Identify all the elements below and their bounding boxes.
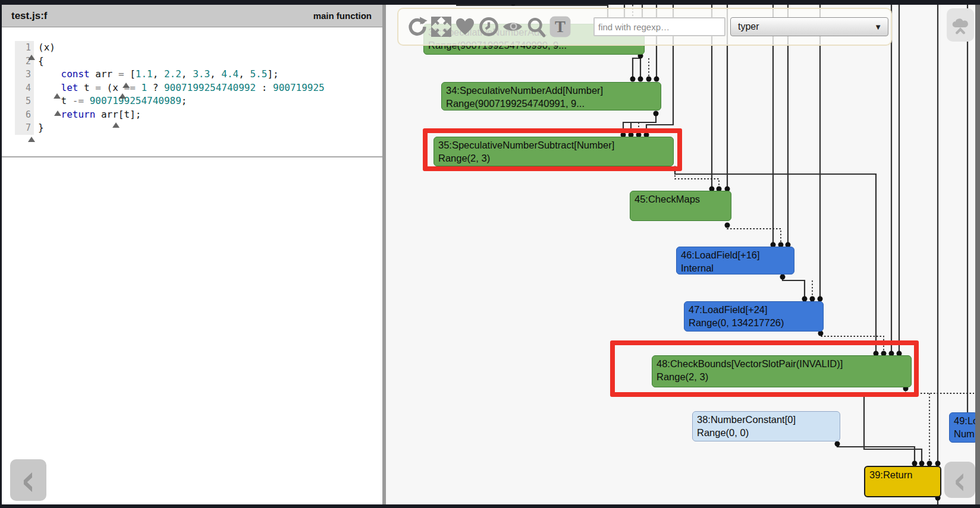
- expand-marker[interactable]: [119, 93, 126, 99]
- expand-marker[interactable]: [112, 122, 120, 128]
- expand-marker[interactable]: [28, 137, 35, 142]
- line-number: 1: [15, 41, 34, 55]
- source-code-view: 1(x)2{3 const arr = [1.1, 2.2, 3.3, 4.4,…: [2, 28, 382, 157]
- code-line-7: 7}: [15, 121, 325, 135]
- line-number: 5: [15, 94, 34, 108]
- graph-node-49[interactable]: 49:LoNum: [949, 412, 975, 443]
- code-line-3: 3 const arr = [1.1, 2.2, 3.3, 4.4, 5.5];: [15, 68, 325, 81]
- line-number: 4: [15, 81, 34, 95]
- toggle-types-icon[interactable]: T: [548, 15, 572, 39]
- hide-selected-icon[interactable]: [501, 15, 524, 39]
- expand-marker[interactable]: [54, 111, 61, 116]
- code-line-6: 6 return arr[t];: [15, 108, 325, 122]
- source-header: test.js:f main function: [2, 5, 382, 27]
- show-all-icon[interactable]: [429, 15, 453, 39]
- search-input[interactable]: [593, 17, 725, 36]
- graph-node-45[interactable]: 45:CheckMaps: [630, 191, 731, 221]
- collapse-right-panel-button[interactable]: ‹: [944, 462, 975, 498]
- graph-node-48[interactable]: 48:CheckBounds[VectorSlotPair(INVALID)]R…: [652, 355, 912, 387]
- graph-node-39[interactable]: 39:Return: [864, 466, 941, 497]
- turbolizer-app: test.js:f main function 1(x)2{3 const ar…: [0, 0, 980, 508]
- graph-node-38[interactable]: 38:NumberConstant[0]Range(0, 0): [692, 411, 840, 441]
- relayout-icon[interactable]: [406, 15, 429, 39]
- window-frame-bottom: [0, 504, 980, 508]
- svg-text:T: T: [555, 18, 566, 36]
- hide-dead-icon[interactable]: [453, 15, 477, 39]
- chevron-left-icon: ‹: [21, 459, 36, 502]
- graph-toolbar: T typer ▼: [397, 8, 892, 46]
- upload-button[interactable]: [947, 8, 974, 42]
- chevron-down-icon: ▼: [874, 23, 882, 31]
- graph-panel: 33:SpeculativeNumberAd...Range(900719925…: [386, 5, 975, 504]
- code-line-2: 2{: [15, 55, 325, 68]
- source-title: test.js:f: [11, 10, 47, 22]
- code-line-4: 4 let t = (x == 1 ? 9007199254740992 : 9…: [15, 81, 325, 95]
- code-line-5: 5 t -= 9007199254740989;: [15, 94, 325, 108]
- expand-marker[interactable]: [122, 83, 130, 88]
- phase-select[interactable]: typer ▼: [730, 17, 888, 36]
- graph-node-34[interactable]: 34:SpeculativeNumberAdd[Number]Range(900…: [441, 82, 661, 111]
- cloud-upload-icon: [948, 12, 972, 38]
- line-number: 3: [15, 68, 34, 81]
- code-line-1: 1(x): [15, 41, 325, 55]
- zoom-selection-icon[interactable]: [524, 15, 548, 39]
- expand-marker[interactable]: [54, 93, 61, 99]
- expand-marker[interactable]: [28, 55, 35, 60]
- source-code: 1(x)2{3 const arr = [1.1, 2.2, 3.3, 4.4,…: [15, 41, 325, 135]
- hide-unselected-icon[interactable]: [477, 15, 501, 39]
- line-number: 6: [15, 108, 34, 122]
- window-frame-left: [0, 5, 2, 504]
- source-panel: test.js:f main function 1(x)2{3 const ar…: [2, 5, 382, 504]
- line-number: 7: [15, 121, 34, 135]
- function-name-label: main function: [313, 11, 372, 21]
- graph-node-47[interactable]: 47:LoadField[+24]Range(0, 134217726): [684, 301, 824, 332]
- right-scrollbar[interactable]: [975, 5, 980, 504]
- graph-node-35[interactable]: 35:SpeculativeNumberSubtract[Number]Rang…: [434, 137, 674, 166]
- chevron-left-icon: ‹: [953, 460, 966, 499]
- window-frame-top: [0, 0, 980, 5]
- phase-select-value: typer: [738, 21, 759, 32]
- collapse-left-panel-button[interactable]: ‹: [10, 459, 46, 501]
- graph-node-46[interactable]: 46:LoadField[+16]Internal: [676, 247, 794, 274]
